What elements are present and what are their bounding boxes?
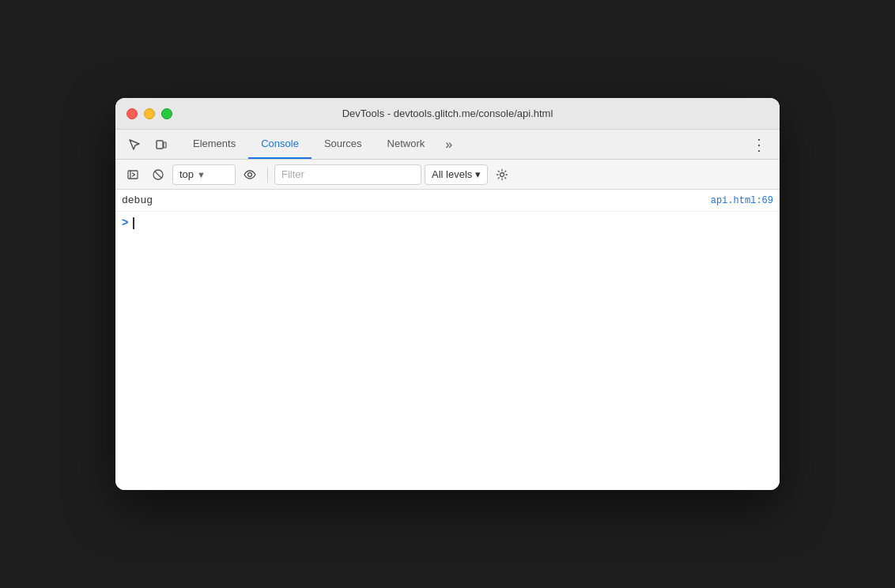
svg-line-7 — [155, 172, 161, 178]
svg-point-9 — [500, 172, 504, 176]
titlebar-spacer — [460, 130, 740, 159]
tab-console[interactable]: Console — [248, 130, 312, 159]
tab-network[interactable]: Network — [375, 130, 438, 159]
console-cursor — [133, 217, 134, 229]
svg-rect-2 — [128, 171, 138, 179]
console-toolbar: top ▼ All levels ▾ — [115, 160, 780, 190]
context-selector[interactable]: top ▼ — [172, 164, 236, 185]
console-settings-button[interactable] — [491, 164, 513, 186]
traffic-lights — [127, 108, 172, 119]
sidebar-toggle-button[interactable] — [122, 164, 144, 186]
levels-arrow-icon: ▾ — [475, 168, 481, 180]
window-title: DevTools - devtools.glitch.me/console/ap… — [342, 107, 553, 119]
live-expressions-button[interactable] — [239, 164, 261, 186]
maximize-button[interactable] — [161, 108, 172, 119]
device-toggle-button[interactable] — [150, 134, 172, 156]
devtools-window: DevTools - devtools.glitch.me/console/ap… — [115, 98, 780, 490]
svg-rect-0 — [157, 141, 163, 149]
minimize-button[interactable] — [144, 108, 155, 119]
console-message-0: debug — [122, 194, 711, 206]
context-arrow-icon: ▼ — [197, 170, 206, 179]
tab-icon-group — [123, 130, 172, 159]
inspect-icon-button[interactable] — [123, 134, 145, 156]
tab-sources[interactable]: Sources — [312, 130, 375, 159]
console-prompt-icon[interactable]: > — [122, 217, 128, 229]
console-entry-0: debug api.html:69 — [115, 190, 780, 212]
console-input-row[interactable]: > — [115, 212, 780, 234]
clear-console-button[interactable] — [147, 164, 169, 186]
tabs-bar: Elements Console Sources Network » ⋮ — [115, 130, 780, 160]
svg-line-5 — [133, 175, 135, 176]
console-source-link-0[interactable]: api.html:69 — [711, 195, 773, 206]
svg-point-8 — [248, 172, 252, 176]
devtools-menu-button[interactable]: ⋮ — [740, 130, 780, 159]
filter-input[interactable] — [274, 164, 421, 185]
svg-rect-1 — [164, 142, 166, 148]
log-levels-selector[interactable]: All levels ▾ — [425, 164, 488, 185]
close-button[interactable] — [127, 108, 138, 119]
more-tabs-button[interactable]: » — [437, 130, 460, 159]
console-output: debug api.html:69 > — [115, 190, 780, 490]
toolbar-divider-1 — [267, 167, 268, 183]
tab-elements[interactable]: Elements — [180, 130, 248, 159]
titlebar: DevTools - devtools.glitch.me/console/ap… — [115, 98, 780, 130]
